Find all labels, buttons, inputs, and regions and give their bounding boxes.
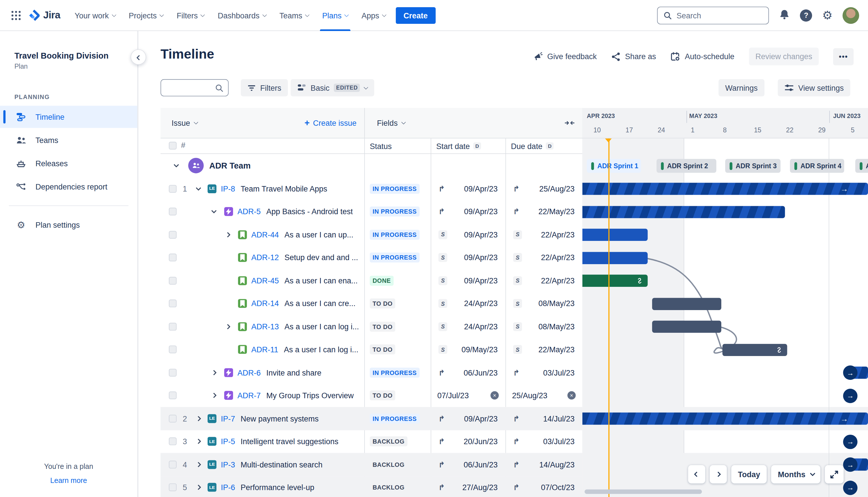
row-checkbox[interactable] xyxy=(169,300,176,308)
due-date-column-header[interactable]: Due dateD xyxy=(505,138,582,153)
start-date-value[interactable]: 07/Jul/23 xyxy=(437,391,469,400)
row-checkbox[interactable] xyxy=(169,346,176,353)
start-date-cell[interactable]: ↱27/Aug/23 xyxy=(431,476,505,497)
status-cell[interactable]: IN PROGRESS xyxy=(364,361,431,384)
status-cell[interactable]: TO DO xyxy=(364,315,431,338)
issue-filter-search[interactable] xyxy=(160,79,229,97)
app-switcher-icon[interactable] xyxy=(6,6,26,25)
due-date-cell[interactable]: ↱22/May/23 xyxy=(505,200,582,223)
start-date-value[interactable]: 09/Apr/23 xyxy=(464,207,498,216)
nav-item-apps[interactable]: Apps xyxy=(355,0,392,31)
due-date-cell[interactable]: S22/Apr/23 xyxy=(505,246,582,269)
issue-key-link[interactable]: ADR-45 xyxy=(251,276,279,285)
status-cell[interactable]: BACKLOG xyxy=(364,476,431,497)
due-date-value[interactable]: 08/May/23 xyxy=(538,299,575,308)
sprint-chip[interactable]: ADR Sprint 3 xyxy=(725,159,780,173)
issue-cell[interactable]: ADR-6 Invite and share xyxy=(160,361,364,384)
chevron-down-icon[interactable] xyxy=(196,185,201,191)
gantt-bar-adr-12[interactable] xyxy=(582,252,648,264)
start-date-cell[interactable]: ↱09/Apr/23 xyxy=(431,407,505,430)
select-all-checkbox[interactable] xyxy=(169,142,176,150)
issue-key-link[interactable]: ADR-11 xyxy=(251,345,278,354)
status-column-header[interactable]: Status xyxy=(364,138,431,153)
due-date-value[interactable]: 03/Jul/23 xyxy=(543,437,575,446)
issue-key-link[interactable]: ADR-14 xyxy=(251,299,279,308)
user-avatar[interactable] xyxy=(842,7,859,24)
scroll-left-button[interactable] xyxy=(688,465,705,483)
chevron-right-icon[interactable] xyxy=(196,439,201,444)
start-date-value[interactable]: 09/Apr/23 xyxy=(464,230,498,239)
fullscreen-button[interactable] xyxy=(825,465,844,483)
status-cell[interactable]: DONE xyxy=(364,269,431,292)
sidebar-item-releases[interactable]: Releases xyxy=(0,152,137,174)
offscreen-bar-indicator[interactable]: → xyxy=(843,480,857,495)
due-date-value[interactable]: 14/Aug/23 xyxy=(539,460,575,469)
due-date-value[interactable]: 22/Apr/23 xyxy=(541,230,575,239)
due-date-cell[interactable]: S08/May/23 xyxy=(505,315,582,338)
due-date-cell[interactable]: ↱07/Oct/23 xyxy=(505,476,582,497)
due-date-cell[interactable]: S22/Apr/23 xyxy=(505,223,582,246)
create-issue-button[interactable]: + Create issue xyxy=(305,118,357,128)
issue-key-link[interactable]: ADR-6 xyxy=(237,368,261,377)
warnings-button[interactable]: Warnings xyxy=(719,79,764,97)
sprint-chip[interactable]: ADR Sprint 2 xyxy=(656,159,716,173)
start-date-value[interactable]: 09/Apr/23 xyxy=(464,414,498,423)
start-date-cell[interactable]: S09/Apr/23 xyxy=(431,269,505,292)
issue-cell[interactable]: ADR-11 As a user I can log i... xyxy=(160,338,364,361)
sidebar-item-plan-settings[interactable]: ⚙ Plan settings xyxy=(0,214,137,236)
issue-cell[interactable]: 3 LE IP-5 Intelligent travel suggestions xyxy=(160,430,364,453)
issue-key-link[interactable]: ADR-5 xyxy=(237,207,261,216)
due-date-cell[interactable]: ↱25/Aug/23 xyxy=(505,177,582,200)
start-date-cell[interactable]: S09/Apr/23 xyxy=(431,246,505,269)
status-cell[interactable]: IN PROGRESS xyxy=(364,200,431,223)
collapse-fields-icon[interactable] xyxy=(565,118,575,127)
due-date-value[interactable]: 08/May/23 xyxy=(538,322,575,331)
due-date-cell[interactable]: S22/Apr/23 xyxy=(505,269,582,292)
start-date-cell[interactable]: S09/Apr/23 xyxy=(431,223,505,246)
issue-cell[interactable]: ADR-13 As a user I can log i... xyxy=(160,315,364,338)
gantt-bar-adr-13[interactable] xyxy=(652,321,721,333)
due-date-cell[interactable]: ↱14/Jul/23 xyxy=(505,407,582,430)
issue-cell[interactable]: ADR-44 As a user I can up... xyxy=(160,223,364,246)
start-date-cell[interactable]: ↱06/Jun/23 xyxy=(431,361,505,384)
settings-gear-icon[interactable]: ⚙ xyxy=(822,10,833,21)
due-date-value[interactable]: 07/Oct/23 xyxy=(541,483,575,492)
row-checkbox[interactable] xyxy=(169,185,176,193)
due-date-value[interactable]: 22/May/23 xyxy=(538,345,575,354)
clear-date-icon[interactable]: × xyxy=(567,391,576,400)
due-date-value[interactable]: 22/May/23 xyxy=(538,207,575,216)
sidebar-item-teams[interactable]: Teams xyxy=(0,129,137,151)
start-date-cell[interactable]: S24/Apr/23 xyxy=(431,315,505,338)
chevron-down-icon[interactable] xyxy=(211,208,217,214)
issue-cell[interactable]: ADR-14 As a user I can cre... xyxy=(160,292,364,315)
chevron-right-icon[interactable] xyxy=(211,393,217,398)
status-cell[interactable]: IN PROGRESS xyxy=(364,246,431,269)
issue-key-link[interactable]: ADR-13 xyxy=(251,322,279,331)
sidebar-item-timeline[interactable]: Timeline xyxy=(0,106,137,128)
issue-key-link[interactable]: IP-7 xyxy=(221,414,235,423)
offscreen-bar-indicator[interactable]: → xyxy=(843,388,857,403)
view-preset-button[interactable]: Basic EDITED xyxy=(290,79,374,97)
offscreen-bar-indicator[interactable]: → xyxy=(843,457,857,472)
gantt-bar-adr-14[interactable] xyxy=(652,298,721,310)
chevron-right-icon[interactable] xyxy=(196,462,201,467)
row-checkbox[interactable] xyxy=(169,254,176,261)
sprint-chip[interactable]: ADR Sprint 1 xyxy=(587,159,641,173)
offscreen-bar-indicator[interactable]: → xyxy=(843,435,857,449)
row-checkbox[interactable] xyxy=(169,392,176,399)
start-date-value[interactable]: 09/Apr/23 xyxy=(464,184,498,193)
status-cell[interactable]: IN PROGRESS xyxy=(364,177,431,200)
due-date-value[interactable]: 22/Apr/23 xyxy=(541,276,575,285)
nav-item-your-work[interactable]: Your work xyxy=(68,0,122,31)
row-checkbox[interactable] xyxy=(169,483,176,491)
clear-date-icon[interactable]: × xyxy=(491,391,499,400)
view-settings-button[interactable]: View settings xyxy=(778,79,851,97)
sprint-chip[interactable]: ADR Sprint 5 xyxy=(855,159,868,173)
chevron-right-icon[interactable] xyxy=(196,416,201,421)
row-checkbox[interactable] xyxy=(169,460,176,468)
due-date-value[interactable]: 03/Jul/23 xyxy=(543,368,575,377)
start-date-cell[interactable]: 07/Jul/23× xyxy=(431,384,505,407)
issue-key-link[interactable]: ADR-44 xyxy=(251,230,279,239)
due-date-cell[interactable]: ↱03/Jul/23 xyxy=(505,430,582,453)
row-checkbox[interactable] xyxy=(169,415,176,422)
